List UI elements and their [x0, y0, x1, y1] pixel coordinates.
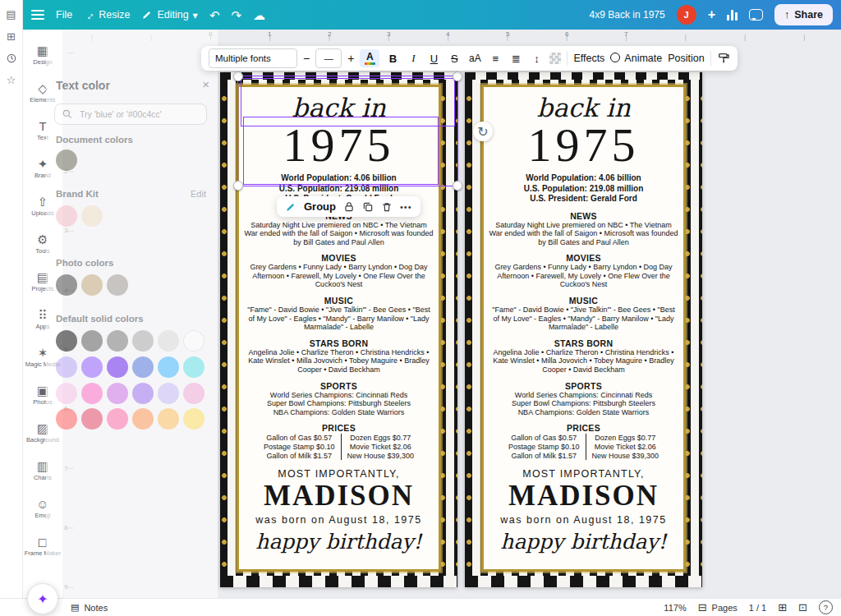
section-movies[interactable]: MOVIES Grey Gardens • Funny Lady • Barry…	[489, 253, 678, 289]
zoom-level[interactable]: 117%	[664, 603, 686, 613]
file-menu-button[interactable]: File	[56, 9, 72, 21]
color-swatch[interactable]	[81, 274, 103, 296]
recent-clock-icon[interactable]	[6, 53, 17, 64]
brand-kit-edit-link[interactable]: Edit	[191, 189, 206, 199]
color-swatch[interactable]	[107, 356, 128, 378]
more-options-button[interactable]: •••	[400, 202, 412, 212]
most-importantly-line[interactable]: MOST IMPORTANTLY,	[244, 468, 434, 480]
birth-line[interactable]: was born on August 18, 1975	[244, 514, 434, 526]
color-swatch[interactable]	[56, 408, 77, 430]
color-swatch[interactable]	[56, 149, 77, 171]
comments-icon[interactable]	[749, 9, 763, 21]
color-swatch[interactable]	[158, 408, 179, 430]
help-button[interactable]: ?	[819, 600, 833, 614]
color-swatch[interactable]	[183, 330, 205, 352]
closing-script[interactable]: happy birthday!	[244, 530, 434, 554]
text-color-button[interactable]: A	[360, 49, 379, 67]
poster-year[interactable]: 1975	[489, 123, 678, 168]
most-importantly-line[interactable]: MOST IMPORTANTLY,	[489, 468, 678, 480]
spacing-button[interactable]: ↕	[529, 49, 544, 67]
font-family-dropdown[interactable]: Multiple fonts	[209, 48, 297, 68]
color-swatch[interactable]	[183, 383, 205, 404]
poster-year[interactable]: 1975	[244, 123, 434, 168]
color-swatch[interactable]	[158, 383, 179, 404]
assistant-button[interactable]: ✦	[27, 583, 58, 614]
edit-pen-icon[interactable]	[285, 201, 296, 213]
animate-button[interactable]: Animate	[610, 53, 662, 64]
color-swatch[interactable]	[81, 330, 103, 352]
alignment-button[interactable]: ≡	[488, 49, 503, 67]
poster-name[interactable]: MADISON	[244, 480, 434, 512]
font-size-increase-button[interactable]: +	[347, 52, 354, 65]
share-button[interactable]: ↑ Share	[774, 4, 833, 25]
list-button[interactable]: ≣	[508, 49, 523, 67]
insights-icon[interactable]	[727, 10, 738, 21]
pages-button[interactable]: ⊟ Pages	[698, 601, 738, 614]
underline-button[interactable]: U	[426, 49, 441, 67]
transparency-button[interactable]	[549, 53, 561, 64]
color-swatch[interactable]	[56, 205, 77, 227]
color-swatch[interactable]	[183, 356, 205, 378]
poster-heading-script[interactable]: back in	[489, 94, 678, 122]
selection-handle-top-right[interactable]	[453, 71, 462, 81]
color-search[interactable]	[54, 103, 207, 125]
home-icon[interactable]: ▤	[6, 8, 16, 21]
font-size-decrease-button[interactable]: −	[303, 52, 310, 65]
poster-stats[interactable]: World Population: 4.06 billion U.S. Popu…	[489, 173, 678, 205]
poster-page[interactable]: back in 1975 World Population: 4.06 bill…	[465, 72, 702, 587]
section-prices[interactable]: PRICES Gallon of Gas $0.57 Postage Stamp…	[244, 423, 434, 460]
editing-mode-dropdown[interactable]: Editing ▾	[141, 9, 198, 21]
duplicate-icon[interactable]	[362, 201, 374, 213]
apps-grid-icon[interactable]: ⊞	[7, 30, 16, 43]
color-swatch[interactable]	[158, 330, 179, 352]
strikethrough-button[interactable]: S	[447, 49, 462, 67]
position-button[interactable]: Position	[668, 53, 704, 64]
color-swatch[interactable]	[107, 383, 128, 404]
poster-page[interactable]: back in 1975 World Population: 4.06 bill…	[220, 72, 457, 587]
grid-view-button[interactable]: ⊞	[778, 601, 787, 614]
section-sports[interactable]: SPORTS World Series Champions: Cincinnat…	[489, 381, 678, 417]
color-swatch[interactable]	[81, 408, 103, 430]
section-news[interactable]: NEWS Saturday Night Live premiered on NB…	[489, 211, 678, 247]
menu-icon[interactable]	[31, 10, 44, 20]
poster-name[interactable]: MADISON	[489, 480, 678, 512]
color-search-input[interactable]	[78, 108, 188, 120]
color-swatch[interactable]	[107, 330, 128, 352]
selection-handle-bottom-right[interactable]	[453, 181, 462, 191]
document-title[interactable]: 4x9 Back in 1975	[590, 9, 665, 21]
effects-button[interactable]: Effects	[573, 53, 604, 64]
color-swatch[interactable]	[107, 408, 128, 430]
rotate-handle[interactable]: ↻	[473, 122, 493, 141]
starred-icon[interactable]: ☆	[7, 74, 16, 86]
color-swatch[interactable]	[107, 274, 128, 296]
color-swatch[interactable]	[56, 383, 77, 404]
lock-icon[interactable]	[343, 201, 355, 213]
color-swatch[interactable]	[56, 356, 77, 378]
section-movies[interactable]: MOVIES Grey Gardens • Funny Lady • Barry…	[244, 253, 434, 289]
trash-icon[interactable]	[381, 201, 393, 213]
color-swatch[interactable]	[158, 356, 179, 378]
selection-handle-bottom-left[interactable]	[233, 181, 243, 191]
font-size-value[interactable]: —	[315, 48, 342, 68]
closing-script[interactable]: happy birthday!	[489, 530, 678, 554]
fullscreen-button[interactable]: ⊡	[798, 601, 807, 614]
color-swatch[interactable]	[132, 383, 154, 404]
redo-button[interactable]: ↷	[231, 9, 241, 21]
add-member-button[interactable]: +	[708, 8, 715, 21]
birth-line[interactable]: was born on August 18, 1975	[489, 514, 678, 526]
section-music[interactable]: MUSIC "Fame" - David Bowie • "Jive Talki…	[244, 296, 434, 332]
color-swatch[interactable]	[56, 274, 77, 296]
color-swatch[interactable]	[81, 356, 103, 378]
section-stars-born[interactable]: STARS BORN Angelina Jolie • Charlize The…	[489, 338, 678, 375]
color-swatch[interactable]	[132, 356, 154, 378]
poster-heading-script[interactable]: back in	[244, 94, 434, 122]
color-swatch[interactable]	[132, 408, 154, 430]
color-swatch[interactable]	[81, 205, 103, 227]
undo-button[interactable]: ↶	[209, 9, 220, 21]
section-prices[interactable]: PRICES Gallon of Gas $0.57 Postage Stamp…	[489, 423, 678, 460]
group-button[interactable]: Group	[304, 200, 336, 213]
text-case-button[interactable]: aA	[467, 49, 482, 67]
color-swatch[interactable]	[132, 330, 154, 352]
resize-button[interactable]: ↔ Resize	[84, 9, 130, 21]
section-music[interactable]: MUSIC "Fame" - David Bowie • "Jive Talki…	[489, 296, 678, 332]
